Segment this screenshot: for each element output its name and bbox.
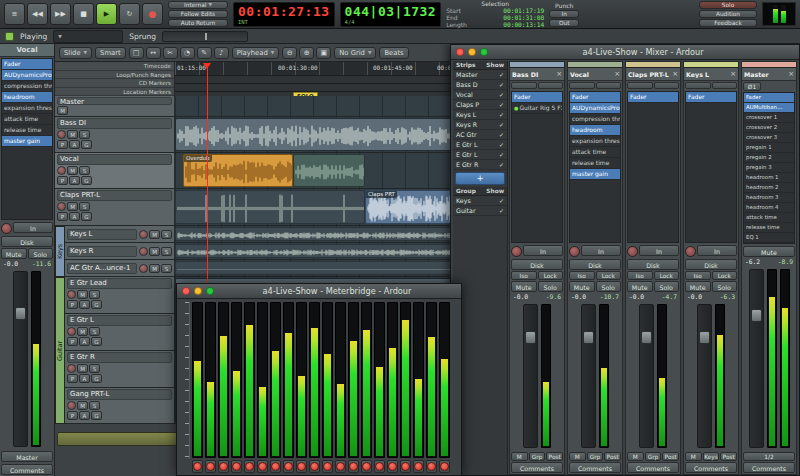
gain-value[interactable]: -6.2 — [745, 258, 760, 265]
strip-close-button[interactable]: × — [614, 70, 620, 78]
mute-button[interactable]: Mute — [569, 281, 595, 292]
group-button[interactable]: Grp — [645, 452, 662, 461]
processor-entry-master-gain[interactable]: master gain — [2, 136, 52, 147]
record-enable-button[interactable] — [270, 460, 281, 473]
record-enable-button[interactable] — [296, 460, 307, 473]
monitor-input-button[interactable]: In — [13, 222, 53, 233]
track-m-button[interactable]: M — [149, 230, 160, 239]
processor-entry-attack-time[interactable]: attack time — [570, 147, 620, 158]
sync-source-button[interactable]: Internal ▼ — [168, 1, 228, 9]
post-button[interactable]: Post — [662, 452, 679, 461]
strips-list-item-bass-d[interactable]: Bass D✓ — [453, 80, 507, 90]
track-s-button[interactable]: S — [79, 130, 90, 139]
record-enable-button[interactable] — [57, 202, 66, 211]
track-header-e-gtr-l[interactable]: E Gtr LMSPAG — [55, 314, 175, 350]
goto-start-button[interactable]: ◀◀ — [27, 3, 48, 25]
zoom-focus-combo[interactable]: Playhead ▼ — [232, 47, 280, 59]
shuttle-control[interactable] — [162, 31, 248, 42]
track-m-button[interactable]: M — [77, 401, 88, 410]
record-enable-button[interactable] — [57, 166, 66, 175]
track-header-bass-di[interactable]: Bass DIMSPAG — [55, 117, 175, 152]
editor-strip-processors[interactable]: FaderAUDynamicsProcompression thresholdh… — [1, 58, 53, 220]
cut-tool[interactable]: ✂ — [163, 47, 178, 59]
record-enable-button[interactable] — [361, 460, 372, 473]
strip-output-button[interactable] — [654, 82, 680, 89]
timecode-ruler[interactable]: 01:15:0000:01:30:0000:01:45:0000:0 — [175, 62, 452, 76]
track-name[interactable]: Bass DI — [57, 118, 172, 129]
processor-entry-release-time[interactable]: release time — [744, 223, 794, 233]
track-header-vocal[interactable]: VocalMSPAG — [55, 153, 175, 188]
record-enable-button[interactable] — [374, 460, 385, 473]
draw-tool[interactable]: ✎ — [197, 47, 212, 59]
solo-button[interactable]: Solo — [654, 281, 680, 292]
comments-button[interactable]: Comments — [627, 462, 679, 473]
editor-strip-name[interactable]: Vocal — [0, 44, 54, 57]
post-button[interactable]: Post — [604, 452, 621, 461]
plugin-active-led[interactable]: ● — [514, 105, 518, 111]
record-button[interactable]: ● — [142, 3, 163, 25]
metering-button[interactable]: M — [685, 452, 702, 461]
minimize-button[interactable] — [468, 48, 476, 56]
track-a-button[interactable]: A — [69, 140, 80, 149]
monitor-input-button[interactable]: In — [523, 245, 563, 256]
strip-visible-check[interactable]: ✓ — [499, 121, 504, 128]
solo-isolate-button[interactable]: Iso — [627, 271, 653, 280]
record-enable-button[interactable] — [67, 401, 76, 410]
processor-entry-audynamicspro[interactable]: AUDynamicsPro — [2, 70, 52, 81]
track-header-e-gtr-r[interactable]: E Gtr RMSPAG — [55, 351, 175, 387]
metering-button[interactable]: M — [511, 452, 528, 461]
track-name[interactable]: AC Gtr A...unce-1 — [67, 263, 137, 274]
track-p-button[interactable]: P — [57, 176, 68, 185]
record-enable-button[interactable] — [413, 460, 424, 473]
processor-entry-headroom-2[interactable]: headroom 2 — [744, 183, 794, 193]
gain-fader[interactable] — [749, 269, 764, 448]
track-a-button[interactable]: A — [69, 212, 80, 221]
mute-button[interactable]: Mute — [685, 281, 711, 292]
track-name[interactable]: E Gtr Lead — [67, 278, 172, 289]
solo-lock-button[interactable]: Lock — [654, 271, 680, 280]
strip-visible-check[interactable]: ✓ — [499, 101, 504, 108]
gain-value[interactable]: -0.0 — [629, 293, 644, 300]
processor-entry-release-time[interactable]: release time — [2, 125, 52, 136]
track-header-e-gtr-lead[interactable]: E Gtr LeadMSPAG — [55, 277, 175, 313]
phase-button[interactable]: Ø1 — [743, 82, 761, 91]
strips-list-item-keys-l[interactable]: Keys L✓ — [453, 110, 507, 120]
record-enable-button[interactable] — [67, 290, 76, 299]
track-canvas[interactable] — [175, 117, 452, 152]
track-header-keys-l[interactable]: Keys LMS — [55, 226, 175, 242]
strips-list-item-e-gtr-l[interactable]: E Gtr L✓ — [453, 140, 507, 150]
punch-out-button[interactable]: Out — [549, 19, 579, 27]
monitor-input-button[interactable]: In — [639, 245, 679, 256]
processor-entry-headroom[interactable]: headroom — [2, 92, 52, 103]
strips-list-item-keys-r[interactable]: Keys R✓ — [453, 120, 507, 130]
track-header-master[interactable]: MasterM — [55, 96, 175, 116]
track-name[interactable]: Master — [57, 97, 172, 105]
track-s-button[interactable]: S — [79, 166, 90, 175]
track-s-button[interactable]: S — [161, 230, 172, 239]
record-enable-button[interactable] — [1, 223, 12, 234]
track-g-button[interactable]: G — [91, 337, 102, 346]
record-enable-button[interactable] — [67, 364, 76, 373]
track-name[interactable]: Keys R — [67, 246, 137, 257]
track-name[interactable]: Keys L — [67, 229, 137, 240]
goto-end-button[interactable]: ▶▶ — [50, 3, 71, 25]
processor-entry-crossover-2[interactable]: crossover 2 — [744, 123, 794, 133]
mute-button[interactable]: Mute — [1, 248, 27, 259]
gain-value[interactable]: -0.0 — [571, 293, 586, 300]
feedback-button[interactable]: Feedback — [699, 19, 757, 27]
solo-button[interactable]: Solo — [28, 248, 54, 259]
group-tab-keys[interactable]: Keys — [55, 226, 65, 277]
mute-button[interactable]: Mute — [743, 246, 795, 257]
output-button[interactable]: Master — [1, 451, 53, 462]
processor-entry-aumultiban[interactable]: AUMultiban… — [744, 103, 794, 113]
gain-fader[interactable] — [697, 304, 712, 448]
track-p-button[interactable]: P — [67, 337, 78, 346]
strip-visible-check[interactable]: ✓ — [499, 91, 504, 98]
gain-fader[interactable] — [639, 304, 654, 448]
audio-region[interactable] — [175, 261, 452, 275]
add-strip-button[interactable]: + — [455, 172, 505, 185]
monitor-disk-button[interactable]: Disk — [627, 259, 679, 270]
processor-entry-fader[interactable]: Fader — [512, 92, 562, 103]
strip-name-button[interactable]: Master — [744, 71, 786, 78]
gain-value[interactable]: -0.0 — [687, 293, 702, 300]
